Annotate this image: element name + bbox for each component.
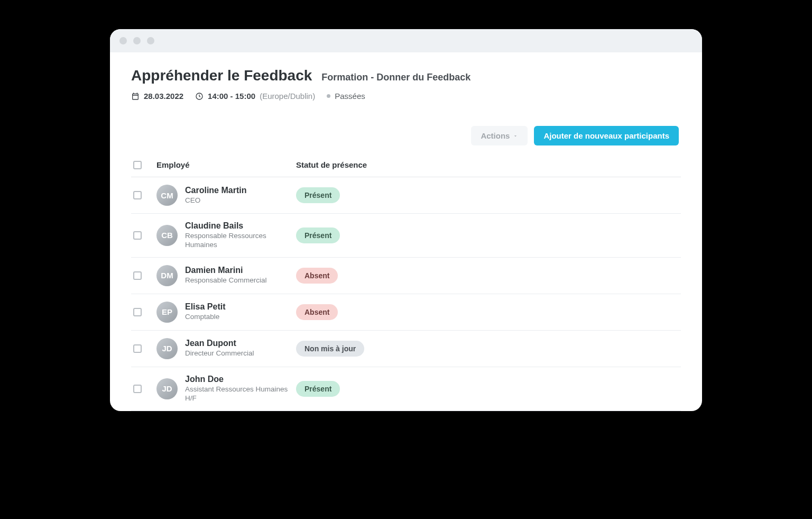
employee-role: CEO <box>185 196 246 205</box>
employee-name: Damien Marini <box>185 266 267 275</box>
avatar: EP <box>156 302 178 323</box>
avatar: JD <box>156 338 178 359</box>
employee-role: Responsable Ressources Humaines <box>185 232 291 250</box>
page-content: Appréhender le Feedback Formation - Donn… <box>110 52 702 411</box>
clock-icon <box>195 92 204 101</box>
presence-badge: Présent <box>296 381 340 397</box>
session-date: 28.03.2022 <box>131 92 183 101</box>
session-date-value: 28.03.2022 <box>144 92 183 101</box>
calendar-icon <box>131 92 140 101</box>
employee-cell: CMCaroline MartinCEO <box>156 185 296 206</box>
table-row: CMCaroline MartinCEOPrésent <box>131 177 681 214</box>
row-checkbox[interactable] <box>133 385 142 393</box>
actions-label: Actions <box>481 131 510 140</box>
session-timezone: (Europe/Dublin) <box>260 92 315 101</box>
employee-cell: EPElisa PetitComptable <box>156 302 296 323</box>
employee-cell: DMDamien MariniResponsable Commercial <box>156 265 296 286</box>
row-checkbox[interactable] <box>133 231 142 240</box>
employee-name: John Doe <box>185 375 291 384</box>
action-bar: Actions Ajouter de nouveaux participants <box>131 126 681 145</box>
table-row: DMDamien MariniResponsable CommercialAbs… <box>131 258 681 294</box>
row-checkbox[interactable] <box>133 308 142 316</box>
status-dot-icon <box>327 94 330 98</box>
window-maximize-dot[interactable] <box>147 37 154 44</box>
employee-name: Jean Dupont <box>185 339 254 348</box>
employee-name: Claudine Bails <box>185 221 291 231</box>
table-row: CBClaudine BailsResponsable Ressources H… <box>131 214 681 258</box>
presence-badge: Non mis à jour <box>296 341 364 357</box>
chevron-down-icon <box>513 133 518 139</box>
session-meta: 28.03.2022 14:00 - 15:00 (Europe/Dublin)… <box>131 92 681 101</box>
session-status-value: Passées <box>335 92 365 101</box>
table-header: Employé Statut de présence <box>131 153 681 177</box>
employee-cell: JDJohn DoeAssistant Ressources Humaines … <box>156 375 296 403</box>
row-checkbox[interactable] <box>133 271 142 280</box>
table-body: CMCaroline MartinCEOPrésentCBClaudine Ba… <box>131 177 681 411</box>
table-row: JDJean DupontDirecteur CommercialNon mis… <box>131 331 681 367</box>
select-all-checkbox[interactable] <box>133 161 142 169</box>
avatar: JD <box>156 378 178 399</box>
add-participants-button[interactable]: Ajouter de nouveaux participants <box>534 126 679 145</box>
employee-name: Elisa Petit <box>185 302 225 312</box>
employee-cell: JDJean DupontDirecteur Commercial <box>156 338 296 359</box>
column-employee: Employé <box>156 160 296 169</box>
window-minimize-dot[interactable] <box>133 37 141 44</box>
avatar: CM <box>156 185 178 206</box>
employee-role: Responsable Commercial <box>185 276 267 285</box>
window-titlebar <box>110 29 702 52</box>
employee-cell: CBClaudine BailsResponsable Ressources H… <box>156 221 296 250</box>
page-subtitle: Formation - Donner du Feedback <box>321 72 470 83</box>
presence-badge: Absent <box>296 268 338 284</box>
session-time-value: 14:00 - 15:00 <box>208 92 255 101</box>
avatar: CB <box>156 225 178 246</box>
page-title: Appréhender le Feedback <box>131 67 312 84</box>
window-close-dot[interactable] <box>119 37 127 44</box>
employee-role: Assistant Ressources Humaines H/F <box>185 385 291 403</box>
table-row: EPElisa PetitComptableAbsent <box>131 294 681 331</box>
presence-badge: Absent <box>296 304 338 320</box>
employee-role: Directeur Commercial <box>185 349 254 358</box>
presence-badge: Présent <box>296 227 340 243</box>
app-window: Appréhender le Feedback Formation - Donn… <box>110 29 702 411</box>
row-checkbox[interactable] <box>133 191 142 199</box>
session-time: 14:00 - 15:00 (Europe/Dublin) <box>195 92 315 101</box>
employee-role: Comptable <box>185 313 225 322</box>
table-row: JDJohn DoeAssistant Ressources Humaines … <box>131 367 681 411</box>
column-presence: Statut de présence <box>296 160 679 169</box>
presence-badge: Présent <box>296 187 340 203</box>
actions-dropdown[interactable]: Actions <box>471 126 528 145</box>
avatar: DM <box>156 265 178 286</box>
add-participants-label: Ajouter de nouveaux participants <box>543 131 669 140</box>
row-checkbox[interactable] <box>133 344 142 353</box>
employee-name: Caroline Martin <box>185 186 246 195</box>
page-header: Appréhender le Feedback Formation - Donn… <box>131 67 681 84</box>
participants-table: Employé Statut de présence CMCaroline Ma… <box>131 153 681 411</box>
session-status: Passées <box>327 92 365 101</box>
